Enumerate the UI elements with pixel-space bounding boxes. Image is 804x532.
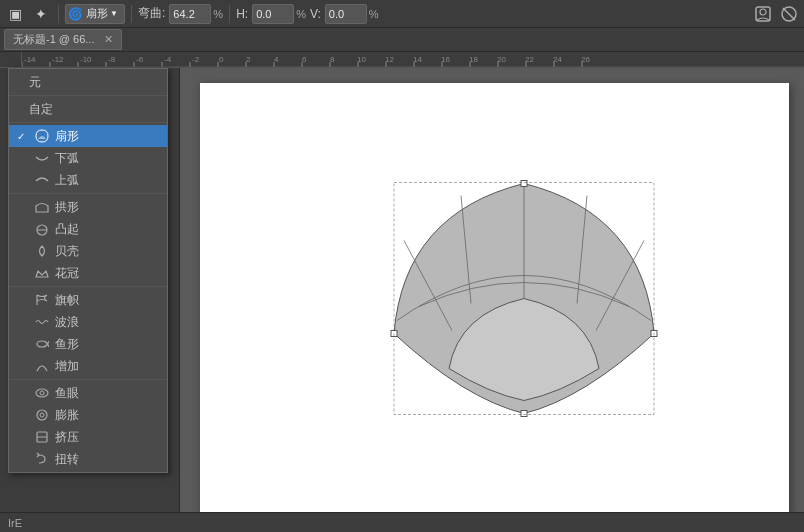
- svg-text:8: 8: [330, 55, 335, 64]
- v-percent: %: [369, 8, 379, 20]
- section-eye: 鱼眼 膨胀 挤压: [9, 380, 167, 472]
- svg-point-77: [37, 341, 47, 347]
- select-tool-icon[interactable]: ✦: [30, 3, 52, 25]
- svg-text:2: 2: [246, 55, 251, 64]
- flag-icon: [34, 292, 50, 308]
- menu-item-arc-up[interactable]: 上弧: [9, 169, 167, 191]
- twist-label: 扭转: [55, 451, 79, 468]
- shape-tool-icon[interactable]: ▣: [4, 3, 26, 25]
- section-none: 元: [9, 69, 167, 96]
- arch-icon: [34, 199, 50, 215]
- crown-icon: [34, 265, 50, 281]
- section-wave: 旗帜 波浪 鱼形: [9, 287, 167, 380]
- inflate-label: 膨胀: [55, 407, 79, 424]
- menu-item-fisheye[interactable]: 鱼眼: [9, 382, 167, 404]
- fan-icon: [34, 128, 50, 144]
- toolbar-right: [752, 3, 800, 25]
- squeeze-icon: [34, 429, 50, 445]
- shape-icon-small: 🌀: [68, 7, 83, 21]
- menu-item-crown[interactable]: 花冠: [9, 262, 167, 284]
- divider-2: [131, 5, 132, 23]
- menu-item-none[interactable]: 元: [9, 71, 167, 93]
- canvas-page: [200, 83, 789, 517]
- svg-text:4: 4: [274, 55, 279, 64]
- section-custom: 自定: [9, 96, 167, 123]
- tab-close-icon[interactable]: ✕: [104, 33, 113, 45]
- top-toolbar: ▣ ✦ 🌀 扇形 ▼ 弯曲: % H: % V: %: [0, 0, 804, 28]
- fisheye-icon: [34, 385, 50, 401]
- h-input[interactable]: [252, 4, 294, 24]
- section-arch: 拱形 凸起 贝壳: [9, 194, 167, 287]
- none-label: 元: [29, 74, 41, 91]
- fan-label: 扇形: [55, 128, 79, 145]
- twist-icon: [34, 451, 50, 467]
- canvas-area: [180, 68, 804, 532]
- svg-text:-8: -8: [108, 55, 116, 64]
- shape-type-select[interactable]: 🌀 扇形 ▼: [65, 4, 125, 24]
- menu-item-fan[interactable]: ✓ 扇形: [9, 125, 167, 147]
- ruler-corner: [0, 52, 22, 68]
- fish-icon: [34, 336, 50, 352]
- svg-line-3: [783, 8, 795, 20]
- ruler-row: -14 -12 -10 -8 -6 -4 -2 0 2 4 6 8 10 12 …: [0, 52, 804, 68]
- h-percent: %: [296, 8, 306, 20]
- status-text: IrE: [8, 517, 22, 529]
- menu-item-shell[interactable]: 贝壳: [9, 240, 167, 262]
- svg-point-78: [36, 389, 48, 397]
- bulge-label: 凸起: [55, 221, 79, 238]
- fish-label: 鱼形: [55, 336, 79, 353]
- menu-item-custom[interactable]: 自定: [9, 98, 167, 120]
- arc-up-label: 上弧: [55, 172, 79, 189]
- menu-item-squeeze[interactable]: 挤压: [9, 426, 167, 448]
- handle-bottom-center[interactable]: [521, 411, 527, 417]
- left-panel: 元 自定 ✓ 扇形: [0, 68, 180, 532]
- svg-point-80: [37, 410, 47, 420]
- tab-label: 无标题-1 @ 66...: [13, 33, 94, 45]
- crown-label: 花冠: [55, 265, 79, 282]
- arc-up-icon: [34, 172, 50, 188]
- menu-item-fish[interactable]: 鱼形: [9, 333, 167, 355]
- rise-icon: [34, 358, 50, 374]
- v-input[interactable]: [325, 4, 367, 24]
- menu-item-rise[interactable]: 增加: [9, 355, 167, 377]
- fisheye-label: 鱼眼: [55, 385, 79, 402]
- svg-text:-6: -6: [136, 55, 144, 64]
- divider-3: [229, 5, 230, 23]
- bend-input[interactable]: [169, 4, 211, 24]
- divider-1: [58, 5, 59, 23]
- svg-text:-12: -12: [52, 55, 64, 64]
- menu-item-bulge[interactable]: 凸起: [9, 218, 167, 240]
- handle-top-center[interactable]: [521, 181, 527, 187]
- menu-item-arc-down[interactable]: 下弧: [9, 147, 167, 169]
- warp-style-dropdown: 元 自定 ✓ 扇形: [8, 68, 168, 473]
- wave-icon: [34, 314, 50, 330]
- custom-label: 自定: [29, 101, 53, 118]
- shape-type-label: 扇形: [86, 6, 108, 21]
- user-icon[interactable]: [752, 3, 774, 25]
- document-tab[interactable]: 无标题-1 @ 66... ✕: [4, 29, 122, 50]
- menu-item-wave[interactable]: 波浪: [9, 311, 167, 333]
- dropdown-arrow: ▼: [110, 9, 118, 18]
- svg-text:-10: -10: [80, 55, 92, 64]
- arch-label: 拱形: [55, 199, 79, 216]
- v-label: V:: [310, 7, 321, 21]
- shell-label: 贝壳: [55, 243, 79, 260]
- h-ruler-svg: -14 -12 -10 -8 -6 -4 -2 0 2 4 6 8 10 12 …: [22, 52, 804, 68]
- bend-percent: %: [213, 8, 223, 20]
- svg-point-81: [40, 413, 44, 417]
- horizontal-ruler: -14 -12 -10 -8 -6 -4 -2 0 2 4 6 8 10 12 …: [22, 52, 804, 68]
- bend-label: 弯曲:: [138, 5, 165, 22]
- flag-label: 旗帜: [55, 292, 79, 309]
- bulge-icon: [34, 221, 50, 237]
- inflate-icon: [34, 407, 50, 423]
- cancel-icon[interactable]: [778, 3, 800, 25]
- status-bar: IrE: [0, 512, 804, 532]
- menu-item-inflate[interactable]: 膨胀: [9, 404, 167, 426]
- menu-item-twist[interactable]: 扭转: [9, 448, 167, 470]
- second-toolbar: 无标题-1 @ 66... ✕: [0, 28, 804, 52]
- rise-label: 增加: [55, 358, 79, 375]
- wave-label: 波浪: [55, 314, 79, 331]
- menu-item-arch[interactable]: 拱形: [9, 196, 167, 218]
- h-group: H: %: [236, 4, 306, 24]
- menu-item-flag[interactable]: 旗帜: [9, 289, 167, 311]
